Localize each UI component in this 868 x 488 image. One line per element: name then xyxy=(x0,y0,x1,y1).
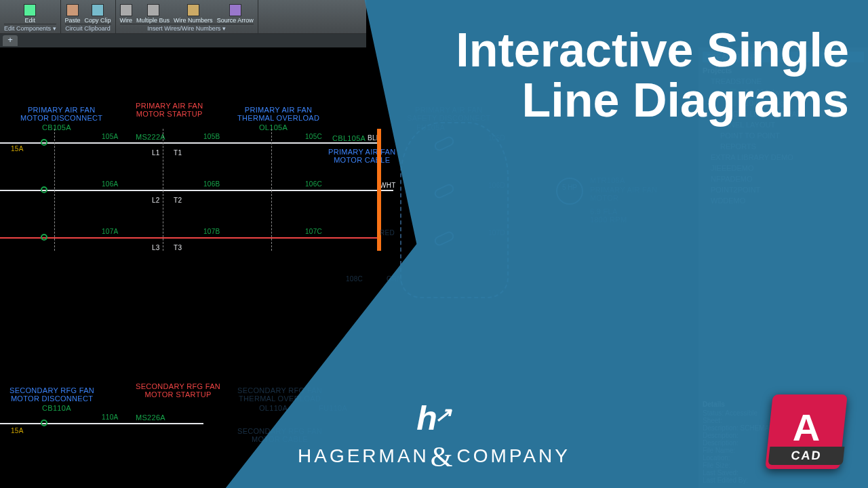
wire-106a: 106A xyxy=(102,180,119,188)
header-sec-startup: SECONDARY RFG FAN MOTOR STARTUP xyxy=(136,382,220,399)
id-cbl105a: CBL105A xyxy=(332,134,366,142)
wire-107b: 107B xyxy=(203,228,220,235)
amp-rating-2: 15A xyxy=(11,427,24,434)
ampersand-icon: & xyxy=(429,441,457,472)
terminal xyxy=(41,186,47,193)
wire-105 xyxy=(0,142,380,144)
dashed-connector xyxy=(54,129,55,251)
edit-tool[interactable]: Edit xyxy=(24,4,36,24)
ribbon-panel-edit-components: Edit Edit Components ▾ xyxy=(0,0,61,33)
id-ms222a: MS222A xyxy=(136,133,165,141)
autocad-cad: CAD xyxy=(768,447,845,465)
leg-t1: T1 xyxy=(174,149,182,157)
dashed-connector xyxy=(271,129,272,251)
wire-106 xyxy=(0,190,393,191)
id-ol105a: OL105A xyxy=(259,123,288,131)
paste-tool[interactable]: Paste xyxy=(65,4,81,24)
promo-title: Interactive Single Line Diagrams xyxy=(456,26,849,125)
id-ms226a: MS226A xyxy=(136,413,165,422)
wire-107a: 107A xyxy=(102,228,119,235)
id-cb110a: CB110A xyxy=(42,404,71,412)
ribbon-panel-insert-wires: Wire Multiple Bus Wire Numbers Source Ar… xyxy=(116,0,258,33)
leg-t3: T3 xyxy=(174,244,182,251)
terminal xyxy=(41,420,47,426)
id-ol110a: OL110A xyxy=(259,404,288,412)
wire-color-red: RED xyxy=(380,229,395,237)
autocad-badge: A CAD xyxy=(769,394,844,469)
wire-110a: 110A xyxy=(102,413,119,421)
header-motor-disconnect: PRIMARY AIR FAN MOTOR DISCONNECT xyxy=(20,106,102,122)
panel-label[interactable]: Edit Components ▾ xyxy=(4,24,56,32)
title-line-1: Interactive Single xyxy=(456,26,849,76)
header-motor-cable: PRIMARY AIR FAN MOTOR CABLE xyxy=(328,148,395,164)
leg-l1: L1 xyxy=(152,149,160,157)
hagerman-logo-icon: h↗ xyxy=(298,401,570,435)
wire-106c: 106C xyxy=(305,180,322,188)
wire-107 xyxy=(0,237,380,239)
source-arrow-tool[interactable]: Source Arrow xyxy=(217,4,254,24)
ribbon-panel-circuit-clipboard: Paste Copy Clip Circuit Clipboard xyxy=(61,0,116,33)
wire-color-wht: WHT xyxy=(380,182,396,189)
wire-108c: 108C xyxy=(346,275,363,283)
new-tab-button[interactable]: + xyxy=(3,35,18,46)
terminal xyxy=(41,139,47,146)
dashed-connector xyxy=(163,129,163,251)
wire-110 xyxy=(0,423,203,424)
amp-rating: 15A xyxy=(11,145,24,152)
copy-clip-tool[interactable]: Copy Clip xyxy=(85,4,111,24)
brand-name: HAGERMAN&COMPANY xyxy=(298,441,570,473)
terminal xyxy=(41,234,47,241)
header-thermal-overload: PRIMARY AIR FAN THERMAL OVERLOAD xyxy=(237,106,319,122)
autocad-a: A xyxy=(769,405,844,449)
wire-107c: 107C xyxy=(305,228,322,235)
id-cb105a: CB105A xyxy=(42,123,71,131)
wire-106b: 106B xyxy=(203,180,220,188)
wire-numbers-tool[interactable]: Wire Numbers xyxy=(174,4,213,24)
header-sec-disconnect: SECONDARY RFG FAN MOTOR DISCONNECT xyxy=(9,386,94,403)
multiple-bus-tool[interactable]: Multiple Bus xyxy=(136,4,170,24)
wire-105b: 105B xyxy=(203,133,220,140)
leg-t2: T2 xyxy=(174,197,182,204)
brand-block: h↗ HAGERMAN&COMPANY xyxy=(298,401,570,473)
ribbon-toolbar: Edit Edit Components ▾ Paste Copy Clip C… xyxy=(0,0,366,34)
wire-105a: 105A xyxy=(102,133,119,140)
leg-l2: L2 xyxy=(152,197,160,204)
panel-label[interactable]: Insert Wires/Wire Numbers ▾ xyxy=(120,24,254,32)
leg-l3: L3 xyxy=(152,244,160,251)
tab-strip: + xyxy=(0,34,366,47)
title-line-2: Line Diagrams xyxy=(456,76,849,126)
header-motor-startup: PRIMARY AIR FAN MOTOR STARTUP xyxy=(136,102,203,118)
wire-tool[interactable]: Wire xyxy=(120,4,133,24)
wire-105c: 105C xyxy=(305,133,322,140)
panel-label[interactable]: Circuit Clipboard xyxy=(65,24,111,32)
